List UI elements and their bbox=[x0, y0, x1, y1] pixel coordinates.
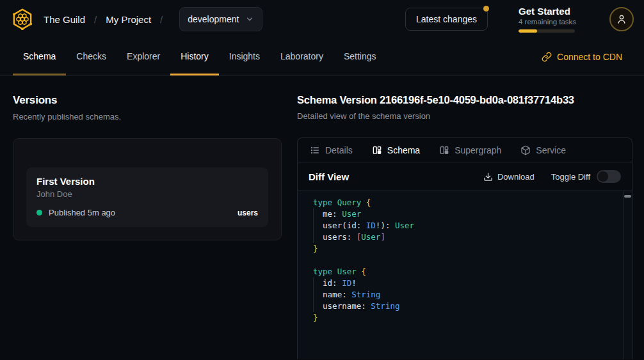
get-started-subtitle: 4 remaining tasks bbox=[519, 18, 576, 26]
download-button[interactable]: Download bbox=[483, 172, 535, 182]
version-detail-panel: Schema Version 2166196f-5e10-4059-bd0a-0… bbox=[297, 76, 644, 360]
detail-tab-schema[interactable]: Schema bbox=[372, 145, 420, 155]
indent-guide bbox=[313, 208, 314, 243]
tab-checks[interactable]: Checks bbox=[66, 38, 117, 75]
schema-code-viewer: type Query { me: User user(id: ID!): Use… bbox=[298, 191, 632, 359]
detail-tab-label: Schema bbox=[387, 145, 420, 155]
service-name-badge: users bbox=[237, 208, 258, 217]
project-nav: Schema Checks Explorer History Insights … bbox=[0, 38, 644, 76]
latest-changes-label: Latest changes bbox=[416, 14, 477, 24]
cube-icon bbox=[520, 145, 531, 155]
indent-guide bbox=[313, 278, 314, 312]
hive-logo-icon[interactable] bbox=[10, 7, 35, 31]
user-icon bbox=[616, 13, 627, 25]
versions-panel: Versions Recently published schemas. Fir… bbox=[0, 76, 297, 360]
breadcrumb-separator: / bbox=[94, 14, 97, 25]
versions-subtitle: Recently published schemas. bbox=[13, 112, 282, 121]
versions-list-card: First Version John Doe Published 5m ago … bbox=[13, 138, 282, 240]
tab-explorer[interactable]: Explorer bbox=[117, 38, 170, 75]
main-content: Versions Recently published schemas. Fir… bbox=[0, 76, 644, 360]
breadcrumb-separator: / bbox=[160, 14, 163, 25]
version-status-text: Published 5m ago bbox=[49, 208, 115, 217]
toggle-diff-label: Toggle Diff bbox=[551, 172, 590, 182]
detail-tab-label: Details bbox=[325, 145, 353, 155]
switch-knob bbox=[598, 171, 608, 182]
notification-dot bbox=[483, 6, 489, 12]
published-status-dot bbox=[36, 210, 42, 215]
tab-laboratory[interactable]: Laboratory bbox=[270, 38, 334, 75]
get-started-title: Get Started bbox=[519, 6, 576, 17]
download-icon bbox=[483, 172, 493, 182]
list-icon bbox=[310, 145, 320, 155]
detail-tabs: Details Schema Supergr bbox=[298, 138, 632, 162]
connect-to-cdn-label: Connect to CDN bbox=[557, 52, 622, 62]
version-detail-subtitle: Detailed view of the schema version bbox=[297, 111, 632, 121]
detail-tab-supergraph[interactable]: Supergraph bbox=[439, 145, 501, 155]
connect-to-cdn-button[interactable]: Connect to CDN bbox=[542, 38, 622, 75]
target-select[interactable]: development bbox=[179, 7, 262, 31]
version-detail-title: Schema Version 2166196f-5e10-4059-bd0a-0… bbox=[297, 94, 632, 106]
detail-tab-label: Supergraph bbox=[455, 145, 501, 155]
panels-icon bbox=[439, 145, 449, 155]
target-select-value: development bbox=[188, 14, 239, 24]
tab-settings[interactable]: Settings bbox=[334, 38, 387, 75]
link-icon bbox=[542, 52, 552, 62]
detail-tab-service[interactable]: Service bbox=[520, 145, 566, 155]
version-status-row: Published 5m ago users bbox=[36, 208, 258, 217]
code-content: type Query { me: User user(id: ID!): Use… bbox=[298, 191, 632, 324]
tab-schema[interactable]: Schema bbox=[13, 38, 66, 75]
detail-tab-label: Service bbox=[536, 145, 566, 155]
detail-tab-details[interactable]: Details bbox=[310, 145, 353, 155]
versions-title: Versions bbox=[13, 94, 282, 107]
download-label: Download bbox=[497, 172, 535, 182]
breadcrumb-project[interactable]: My Project bbox=[106, 14, 151, 25]
latest-changes-button[interactable]: Latest changes bbox=[405, 8, 488, 31]
breadcrumb-org[interactable]: The Guild bbox=[44, 14, 85, 25]
version-author: John Doe bbox=[36, 189, 258, 199]
diff-view-title: Diff View bbox=[309, 171, 349, 182]
diff-view-header: Diff View Download Toggle Diff bbox=[298, 162, 632, 191]
get-started-progress-track bbox=[519, 29, 575, 33]
app-header: The Guild / My Project / development Lat… bbox=[0, 0, 644, 38]
get-started-progress-fill bbox=[519, 29, 537, 33]
scrollbar-thumb[interactable] bbox=[624, 195, 631, 198]
panels-icon bbox=[372, 145, 382, 155]
schema-viewer-panel: Details Schema Supergr bbox=[297, 137, 632, 359]
toggle-diff-switch[interactable] bbox=[597, 170, 621, 183]
get-started-widget[interactable]: Get Started 4 remaining tasks bbox=[519, 6, 576, 33]
tab-insights[interactable]: Insights bbox=[219, 38, 270, 75]
chevron-down-icon bbox=[245, 15, 254, 24]
version-name: First Version bbox=[36, 176, 258, 187]
scrollbar-track bbox=[623, 191, 624, 359]
user-menu-button[interactable] bbox=[609, 7, 634, 31]
tab-history[interactable]: History bbox=[170, 38, 219, 75]
version-list-item[interactable]: First Version John Doe Published 5m ago … bbox=[26, 168, 268, 227]
